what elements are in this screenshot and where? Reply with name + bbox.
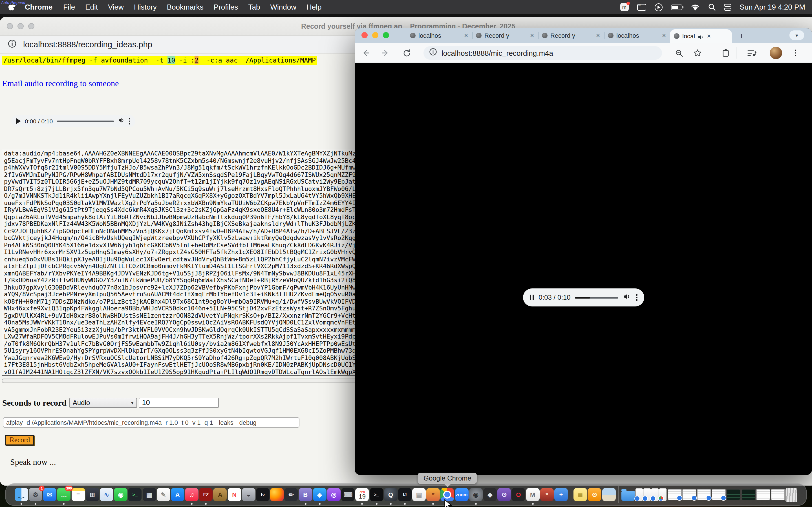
dock-item-filezilla[interactable]: FZ <box>199 488 213 501</box>
base64-horizontal-scrollbar[interactable] <box>2 379 364 383</box>
dock-item-app-store[interactable]: A <box>171 488 185 501</box>
dock-item-photos-landscape-app[interactable] <box>602 488 615 501</box>
dock-item-mascot-app[interactable]: ◒ <box>242 488 255 501</box>
tab-local-4[interactable]: local× <box>670 29 732 43</box>
menu-bookmarks[interactable]: Bookmarks <box>162 3 209 11</box>
traffic-lights-inactive[interactable] <box>0 23 39 29</box>
dock-item-mail[interactable]: ✉ <box>43 488 56 501</box>
bookmark-star-icon[interactable] <box>692 47 703 59</box>
control-center-icon[interactable] <box>724 4 731 10</box>
dock-item-trash[interactable] <box>785 488 797 502</box>
dock-item-minimized-window-4[interactable] <box>712 489 726 500</box>
dock-item-quicktime[interactable]: Q <box>384 488 397 501</box>
keyboard-menu-icon[interactable] <box>637 4 646 10</box>
reload-icon[interactable] <box>401 47 412 59</box>
dock-item-minimized-window-3[interactable] <box>697 489 711 500</box>
dock-item-chrome[interactable]: Google Chrome <box>441 488 454 501</box>
zoom-page-icon[interactable] <box>673 47 684 59</box>
tab-search-button[interactable]: ▾ <box>790 31 804 40</box>
audio-player-playing[interactable]: 0:03 / 0:10 <box>523 288 644 306</box>
media-controls-icon[interactable] <box>746 47 757 59</box>
record-button[interactable]: Record <box>5 435 35 446</box>
dock-item-wave-app[interactable]: ∿ <box>100 488 113 501</box>
dock-item-firefox[interactable] <box>270 488 284 501</box>
dock-item-minimized-window-2[interactable] <box>682 489 696 500</box>
dock-item-news[interactable]: N <box>227 488 241 501</box>
dock-item-finder[interactable]: ‿ <box>15 488 28 501</box>
dock-item-term-notes-app[interactable]: ⌨ <box>341 488 355 501</box>
dock-item-minimized-doc-3[interactable] <box>652 489 659 501</box>
dock-item-messages[interactable]: …300 <box>57 488 71 501</box>
volume-icon[interactable] <box>623 292 631 303</box>
dock-item-minimized-doc-1[interactable] <box>636 489 643 501</box>
extensions-icon[interactable] <box>720 47 731 59</box>
dock-item-paint-app[interactable]: * <box>426 488 440 501</box>
address-bar-url[interactable]: localhost:8888/recording_ideas.php <box>23 40 152 49</box>
dock-item-lens-app[interactable]: ◉ <box>469 488 483 501</box>
tab-record-y-1[interactable]: Record y× <box>472 28 538 43</box>
site-info-icon[interactable] <box>429 48 437 58</box>
foreground-browser-window[interactable]: localhos×Record y×Record y×localhos×loca… <box>355 28 812 475</box>
dock-item-minimized-terminal-2[interactable] <box>741 489 755 500</box>
traffic-lights[interactable] <box>361 32 394 38</box>
menu-window[interactable]: Window <box>265 3 302 11</box>
pause-icon[interactable] <box>529 295 534 300</box>
zoom-button[interactable] <box>28 23 35 29</box>
dock-item-minimized-window-6[interactable] <box>771 489 785 500</box>
back-icon[interactable] <box>360 47 371 59</box>
dock-item-dev-blue-app[interactable]: + <box>554 488 568 501</box>
dock-item-podcasts[interactable]: ◎ <box>327 488 341 501</box>
dock-item-notes[interactable]: ≡ <box>71 488 85 501</box>
tab-close-icon[interactable]: × <box>707 33 711 40</box>
email-recording-link[interactable]: Email audio recording to someone <box>2 79 119 89</box>
dock-item-textedit[interactable]: ✎ <box>156 488 170 501</box>
spotlight-search-icon[interactable] <box>708 3 715 11</box>
tab-close-icon[interactable]: × <box>596 32 600 39</box>
menu-profiles[interactable]: Profiles <box>209 3 243 11</box>
play-icon[interactable] <box>16 118 21 124</box>
more-options-icon[interactable] <box>636 294 637 300</box>
menubar-app-icon[interactable]: m <box>620 3 628 11</box>
address-bar-url[interactable]: localhost:8888/mic_recording.m4a <box>442 49 553 57</box>
tab-close-icon[interactable]: × <box>464 32 468 39</box>
menu-file[interactable]: File <box>58 3 80 11</box>
new-tab-button[interactable]: + <box>736 30 747 41</box>
close-button[interactable] <box>7 23 13 29</box>
tab-localhos-0[interactable]: localhos× <box>406 28 472 43</box>
dock-item-minimized-terminal-1[interactable] <box>726 489 741 500</box>
tab-close-icon[interactable]: × <box>530 32 534 39</box>
media-type-select[interactable]: Audio ▾ <box>69 398 137 408</box>
audio-player-idle[interactable]: 0:00 / 0:10 <box>11 115 135 127</box>
dock-item-minimized-window-5[interactable] <box>756 489 770 500</box>
minimize-button[interactable] <box>17 23 24 29</box>
dock-item-zoom[interactable]: zoom <box>455 488 468 501</box>
site-info-icon[interactable] <box>8 39 16 50</box>
tab-audio-icon[interactable] <box>697 33 704 40</box>
dock-item-system-settings[interactable]: ⚙1 <box>29 488 42 501</box>
dock-item-iphone-mirroring[interactable]: ▦ <box>142 488 156 501</box>
seconds-input[interactable] <box>139 398 219 408</box>
dock-item-facetime[interactable]: ◉ <box>114 488 128 501</box>
tab-close-icon[interactable]: × <box>662 32 666 39</box>
base64-output-box[interactable]: data:audio/mp4;base64,AAAAHGZ0eXBNNEEgAA… <box>2 149 364 376</box>
chrome-menu-icon[interactable] <box>790 47 801 59</box>
address-bar[interactable]: localhost:8888/mic_recording.m4a <box>423 46 662 60</box>
zoom-button[interactable] <box>383 32 389 38</box>
dock-item-idea-bulb-app[interactable]: ʘ <box>588 488 601 501</box>
dock-item-music[interactable]: ♫ <box>185 488 199 501</box>
wifi-icon[interactable] <box>691 4 700 10</box>
dock-item-design-dark-app[interactable]: ✏ <box>285 488 298 501</box>
dock-item-apple-tv[interactable]: tv <box>256 488 269 501</box>
menu-history[interactable]: History <box>129 3 162 11</box>
dock-item-stickies[interactable]: ≣ <box>573 488 587 501</box>
playback-menu-icon[interactable] <box>654 3 662 11</box>
dock-item-inkscape[interactable]: ◆ <box>483 488 497 501</box>
profile-avatar[interactable] <box>770 47 782 59</box>
dock-item-minimized-doc-2[interactable] <box>644 489 651 501</box>
menu-help[interactable]: Help <box>301 3 327 11</box>
dock-item-mammoth-app[interactable]: M <box>526 488 539 501</box>
minimize-button[interactable] <box>372 32 378 38</box>
dock-item-downloads-folder[interactable] <box>621 489 635 501</box>
audio-seek-bar[interactable] <box>57 120 114 122</box>
dock-item-minimized-doc-chrome[interactable] <box>659 489 667 501</box>
